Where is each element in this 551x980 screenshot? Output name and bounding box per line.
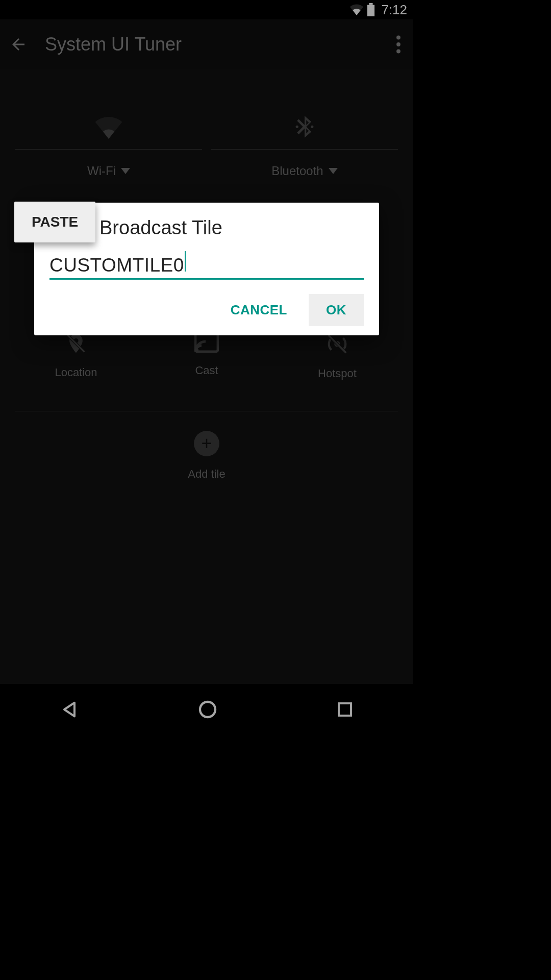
input-value: CUSTOMTILE0	[49, 255, 184, 276]
tile-name-input[interactable]: CUSTOMTILE0	[49, 251, 364, 280]
text-cursor	[185, 251, 186, 272]
cancel-button[interactable]: CANCEL	[219, 294, 298, 326]
ok-button[interactable]: OK	[309, 294, 364, 326]
modal-overlay[interactable]	[0, 0, 413, 735]
dialog-title: Broadcast Tile	[49, 217, 364, 239]
paste-context-menu[interactable]: PASTE	[14, 202, 95, 242]
